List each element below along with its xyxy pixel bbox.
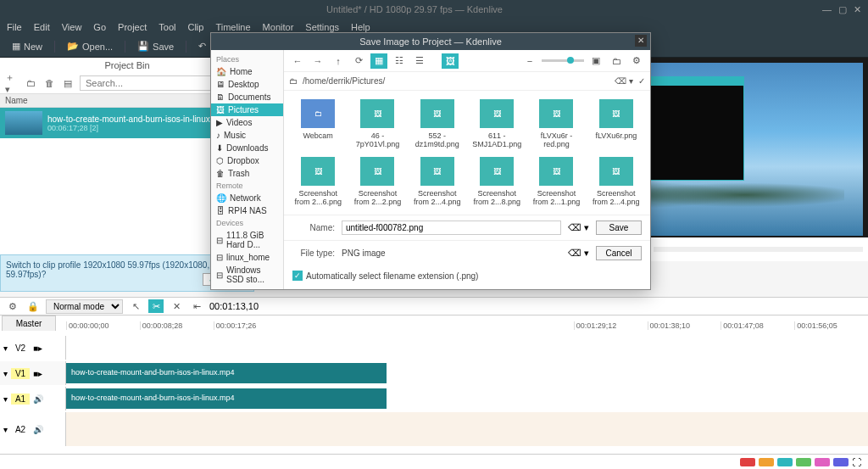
edit-mode-select[interactable]: Normal mode	[46, 299, 123, 314]
menu-monitor[interactable]: Monitor	[263, 22, 294, 32]
clip-duration: 00:06:17;28 [2]	[47, 124, 229, 132]
file-item[interactable]: 🖼46 - 7pY01Vl.png	[352, 99, 403, 148]
accept-icon[interactable]: ✓	[638, 76, 645, 86]
breadcrumb[interactable]: 🗀 /home/derrik/Pictures/ ⌫ ▾ ✓	[284, 72, 650, 91]
track-header-v2[interactable]: ▾ V2 ■▸	[0, 336, 66, 360]
timeline-clip-video[interactable]: how-to-create-mount-and-burn-isos-in-lin…	[66, 363, 387, 383]
file-item[interactable]: 🖼fLVXu6r.png	[591, 99, 642, 148]
place-trash[interactable]: 🗑 Trash	[211, 167, 283, 180]
folder-open-icon: 📂	[67, 41, 79, 52]
status-green-icon[interactable]	[796, 458, 811, 466]
clear-icon[interactable]: ⌫ ▾	[568, 248, 589, 259]
menu-timeline[interactable]: Timeline	[215, 22, 250, 32]
zoom-out-icon[interactable]: −	[521, 53, 538, 69]
new-button[interactable]: ▦New	[7, 39, 47, 53]
cancel-button[interactable]: Cancel	[596, 246, 642, 260]
place-dropbox[interactable]: ⬡ Dropbox	[211, 154, 283, 167]
menu-view[interactable]: View	[62, 22, 82, 32]
icons-view-icon[interactable]: ▦	[370, 53, 387, 69]
marker-icon[interactable]: ⇤	[189, 299, 204, 313]
menu-go[interactable]: Go	[93, 22, 106, 32]
tag-icon[interactable]: ▤	[61, 76, 75, 90]
place-linuxhome[interactable]: ⊟ linux_home	[211, 251, 283, 264]
status-pink-icon[interactable]	[815, 458, 830, 466]
up-icon[interactable]: ↑	[330, 53, 347, 69]
folder-item[interactable]: 🗀Webcam	[292, 99, 343, 148]
menu-project[interactable]: Project	[118, 22, 147, 32]
razor-tool-icon[interactable]: ✂	[148, 299, 164, 313]
menu-tool[interactable]: Tool	[159, 22, 175, 32]
audio-track-icon: 🔊	[33, 425, 43, 434]
track-header-a1[interactable]: ▾ A1 🔊	[0, 387, 66, 410]
back-icon[interactable]: ←	[289, 53, 306, 69]
preview-icon[interactable]: 🖼	[442, 53, 459, 69]
file-item[interactable]: 🖼Screenshot from 2...1.png	[531, 157, 581, 206]
reload-icon[interactable]: ⟳	[350, 53, 367, 69]
timeline-ruler[interactable]: 00:00:00;00 00:00:08;28 00:00:17;26 00:0…	[66, 315, 868, 336]
place-home[interactable]: 🏠 Home	[211, 65, 283, 78]
delete-icon[interactable]: 🗑	[42, 76, 56, 90]
zoom-actual-icon[interactable]: ▣	[587, 53, 604, 69]
file-item[interactable]: 🖼Screenshot from 2...6.png	[292, 157, 343, 206]
file-item[interactable]: 🖼Screenshot from 2...4.png	[412, 157, 463, 206]
maximize-icon[interactable]: ▢	[838, 4, 847, 15]
file-item[interactable]: 🖼Screenshot from 2...8.png	[471, 157, 522, 206]
timeline-clip-audio[interactable]: how-to-create-mount-and-burn-isos-in-lin…	[66, 388, 387, 409]
minimize-icon[interactable]: —	[822, 4, 832, 15]
place-nas[interactable]: 🗄 RPI4 NAS	[211, 204, 283, 217]
place-documents[interactable]: 🗎 Documents	[211, 91, 283, 103]
place-music[interactable]: ♪ Music	[211, 129, 283, 142]
settings-icon[interactable]: ⚙	[628, 53, 645, 69]
place-pictures[interactable]: 🖼 Pictures	[211, 103, 283, 116]
file-item[interactable]: 🖼552 - dz1m9td.png	[412, 99, 463, 148]
spacer-tool-icon[interactable]: ✕	[169, 299, 184, 313]
file-item[interactable]: 🖼Screenshot from 2...2.png	[352, 157, 403, 206]
place-network[interactable]: 🌐 Network	[211, 192, 283, 204]
place-downloads[interactable]: ⬇ Downloads	[211, 142, 283, 154]
status-teal-icon[interactable]	[777, 458, 793, 466]
auto-ext-checkbox[interactable]: ✓	[292, 271, 303, 281]
file-item[interactable]: 🖼Screenshot from 2...4.png	[591, 157, 642, 206]
place-videos[interactable]: ▶ Videos	[211, 116, 283, 129]
pointer-tool-icon[interactable]: ↖	[128, 299, 143, 313]
details-view-icon[interactable]: ☰	[411, 53, 428, 69]
master-tab[interactable]: Master	[2, 315, 56, 331]
status-orange-icon[interactable]	[759, 458, 774, 466]
filename-input[interactable]	[342, 221, 561, 235]
folder-icon[interactable]: 🗀	[24, 76, 37, 90]
open-button[interactable]: 📂Open...	[62, 39, 118, 53]
menu-file[interactable]: File	[7, 22, 22, 32]
place-hdd[interactable]: ⊟ 111.8 GiB Hard D...	[211, 229, 283, 251]
clear-icon[interactable]: ⌫ ▾	[568, 222, 589, 233]
gear-icon[interactable]: ⚙	[5, 299, 20, 313]
window-title: Untitled* / HD 1080p 29.97 fps — Kdenliv…	[7, 4, 822, 14]
track-header-v1[interactable]: ▾ V1 ■▸	[0, 361, 66, 385]
status-blue-icon[interactable]	[833, 458, 849, 466]
new-folder-icon[interactable]: 🗀	[608, 53, 625, 69]
clear-icon[interactable]: ⌫ ▾	[615, 76, 633, 86]
menu-help[interactable]: Help	[351, 22, 370, 32]
menu-clip[interactable]: Clip	[187, 22, 203, 32]
filetype-value[interactable]: PNG image	[342, 248, 561, 258]
menu-settings[interactable]: Settings	[305, 22, 339, 32]
zoom-slider[interactable]	[542, 59, 584, 62]
monitor-scrubber[interactable]	[654, 247, 863, 252]
save-button[interactable]: Save	[596, 221, 642, 235]
add-clip-icon[interactable]: ＋▾	[5, 76, 19, 90]
auto-ext-label: Automatically select filename extension …	[306, 271, 478, 281]
expand-icon[interactable]: ⛶	[852, 457, 861, 467]
close-icon[interactable]: ✕	[854, 4, 861, 15]
place-winssd[interactable]: ⊟ Windows SSD sto...	[211, 264, 283, 286]
dialog-close-icon[interactable]: ✕	[635, 35, 647, 47]
save-button[interactable]: 💾Save	[132, 39, 179, 53]
track-header-a2[interactable]: ▾ A2 🔊	[0, 412, 66, 446]
place-desktop[interactable]: 🖥 Desktop	[211, 78, 283, 91]
file-item[interactable]: 🖼fLVXu6r - red.png	[531, 99, 581, 148]
status-red-icon[interactable]	[740, 458, 755, 466]
search-input[interactable]	[80, 75, 231, 91]
menu-edit[interactable]: Edit	[34, 22, 50, 32]
forward-icon[interactable]: →	[309, 53, 326, 69]
file-item[interactable]: 🖼611 - SMJ1AD1.png	[471, 99, 522, 148]
compact-view-icon[interactable]: ☷	[391, 53, 408, 69]
lock-icon[interactable]: 🔒	[25, 299, 41, 313]
